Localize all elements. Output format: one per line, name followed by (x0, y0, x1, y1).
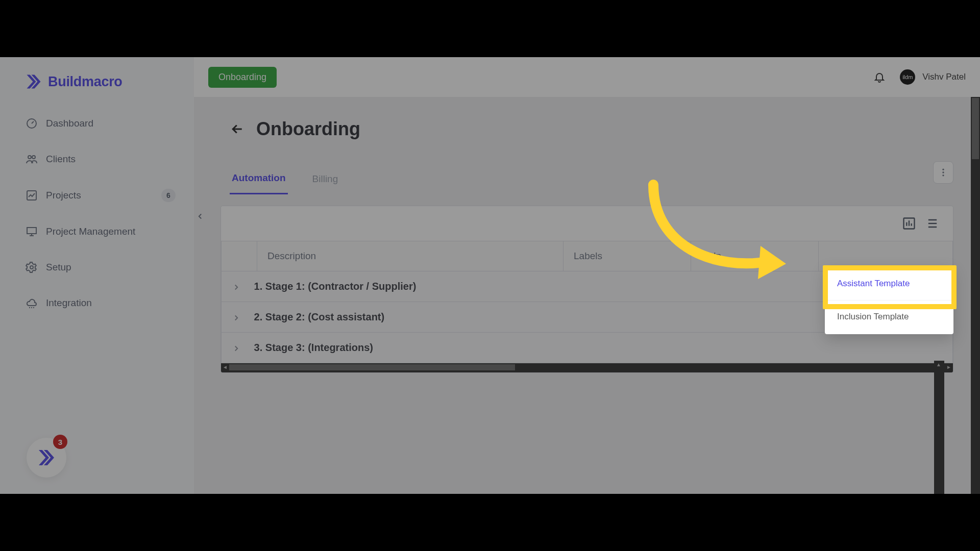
row-text: 3. Stage 3: (Integrations) (254, 342, 373, 353)
row-text: 1. Stage 1: (Contractor / Supplier) (254, 281, 416, 292)
main-content: Onboarding Automation Billing (194, 97, 980, 494)
svg-point-8 (942, 174, 944, 176)
bell-icon[interactable] (873, 71, 886, 83)
sidebar-item-label: Project Management (46, 226, 135, 237)
svg-point-7 (942, 171, 944, 173)
sidebar-item-label: Integration (46, 297, 92, 309)
sidebar-item-label: Setup (46, 262, 71, 273)
brand-mark-icon (24, 72, 43, 91)
sidebar-item-integration[interactable]: Integration (21, 291, 180, 315)
sidebar-item-setup[interactable]: Setup (21, 255, 180, 280)
gear-icon (26, 261, 38, 273)
sidebar-item-label: Clients (46, 154, 76, 165)
sidebar: Buildmacro Dashboard Clients Projects 6 (0, 57, 194, 494)
template-dropdown: Assistant Template Inclusion Template (825, 266, 953, 334)
sidebar-item-dashboard[interactable]: Dashboard (21, 111, 180, 136)
help-bubble[interactable]: 3 (27, 438, 66, 478)
onboarding-chip[interactable]: Onboarding (208, 67, 277, 88)
svg-point-1 (28, 156, 31, 159)
sidebar-collapse-toggle[interactable] (194, 210, 206, 222)
sidebar-item-projects[interactable]: Projects 6 (21, 183, 180, 208)
avatar[interactable]: ildm (900, 69, 915, 85)
sidebar-item-badge: 6 (161, 189, 176, 202)
presentation-icon (26, 226, 38, 238)
svg-point-5 (30, 266, 33, 269)
brand-name: Buildmacro (48, 74, 122, 90)
table-vertical-scrollbar[interactable]: ▲ ▼ (934, 361, 944, 494)
scroll-up-icon: ▲ (936, 362, 941, 367)
col-description: Description (257, 241, 564, 271)
gauge-icon (26, 117, 38, 130)
scroll-left-icon: ◄ (223, 364, 228, 370)
list-view-icon[interactable] (925, 216, 940, 231)
page-header: Onboarding (194, 97, 980, 145)
scrollbar-thumb[interactable] (229, 364, 515, 370)
row-text: 2. Stage 2: (Cost assistant) (254, 311, 385, 322)
back-button[interactable] (230, 121, 245, 137)
app-viewport: Buildmacro Dashboard Clients Projects 6 (0, 57, 980, 494)
svg-point-2 (32, 156, 35, 159)
page-title: Onboarding (256, 118, 360, 140)
brand-logo[interactable]: Buildmacro (24, 72, 180, 91)
table-horizontal-scrollbar[interactable]: ◄ ► (221, 363, 953, 372)
scroll-right-icon: ► (946, 364, 951, 370)
dropdown-item-assistant-template[interactable]: Assistant Template (825, 267, 953, 300)
chart-line-icon (26, 189, 38, 202)
main-vertical-scrollbar[interactable] (971, 97, 980, 494)
more-menu-button[interactable] (933, 161, 953, 184)
table-toolbar (221, 206, 953, 241)
svg-point-6 (942, 169, 944, 170)
sidebar-item-label: Projects (46, 190, 81, 201)
chart-view-icon[interactable] (902, 216, 916, 231)
table-row[interactable]: 3. Stage 3: (Integrations) (222, 333, 953, 363)
help-bubble-count: 3 (53, 435, 67, 449)
letterbox-bottom (0, 494, 980, 551)
letterbox-top (0, 0, 980, 57)
sidebar-item-project-management[interactable]: Project Management (21, 219, 180, 244)
brand-mark-icon (36, 447, 57, 468)
chevron-right-icon (232, 313, 241, 322)
svg-rect-4 (27, 228, 36, 234)
col-help: Help (691, 241, 819, 271)
scrollbar-thumb[interactable] (972, 98, 979, 159)
col-labels: Labels (564, 241, 691, 271)
user-name[interactable]: Vishv Patel (922, 72, 966, 82)
cloud-icon (26, 297, 38, 309)
tabs: Automation Billing (194, 145, 980, 194)
chevron-right-icon (232, 344, 241, 353)
col-expand (222, 241, 257, 271)
users-icon (26, 153, 38, 165)
chevron-right-icon (232, 283, 241, 292)
tab-automation[interactable]: Automation (230, 166, 288, 194)
sidebar-item-clients[interactable]: Clients (21, 147, 180, 171)
sidebar-item-label: Dashboard (46, 118, 93, 129)
tab-billing[interactable]: Billing (310, 167, 340, 194)
dropdown-item-inclusion-template[interactable]: Inclusion Template (825, 300, 953, 333)
topbar: Onboarding ildm Vishv Patel (194, 57, 980, 97)
